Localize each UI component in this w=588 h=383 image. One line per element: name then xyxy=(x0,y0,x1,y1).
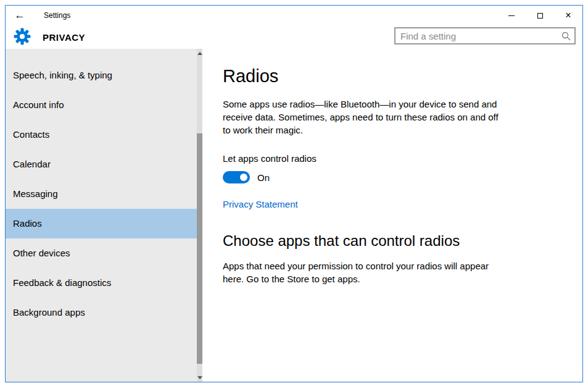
sidebar-item-contacts[interactable]: Contacts xyxy=(6,120,197,149)
scroll-down-arrow[interactable] xyxy=(197,373,202,382)
minimize-icon xyxy=(508,15,515,16)
triangle-up-icon xyxy=(197,52,202,55)
back-button[interactable]: ← xyxy=(6,6,34,25)
settings-gear-icon xyxy=(14,28,31,45)
sidebar-item-speech-inking-typing[interactable]: Speech, inking, & typing xyxy=(6,61,197,90)
sidebar-item-messaging[interactable]: Messaging xyxy=(6,179,197,209)
search-icon[interactable] xyxy=(557,32,574,41)
close-button[interactable]: × xyxy=(554,6,582,25)
triangle-down-icon xyxy=(197,376,202,379)
toggle-row: On xyxy=(223,171,564,183)
section2-description: Apps that need your permission to contro… xyxy=(223,259,507,285)
sidebar-item-background-apps[interactable]: Background apps xyxy=(6,298,197,327)
window-title: Settings xyxy=(44,11,70,20)
section2-title: Choose apps that can control radios xyxy=(223,232,564,250)
maximize-icon xyxy=(537,13,543,19)
sidebar-item-calendar[interactable]: Calendar xyxy=(6,149,197,179)
scrollbar-thumb[interactable] xyxy=(197,133,202,364)
title-bar: ← Settings × xyxy=(6,6,582,25)
window-controls: × xyxy=(497,6,582,25)
sidebar-item-radios[interactable]: Radios xyxy=(6,209,197,238)
sidebar: Speech, inking, & typingAccount infoCont… xyxy=(6,49,197,382)
close-icon: × xyxy=(565,11,571,20)
toggle-label: Let apps control radios xyxy=(223,153,564,164)
main-content: Radios Some apps use radios—like Bluetoo… xyxy=(202,49,582,382)
minimize-button[interactable] xyxy=(497,6,526,25)
privacy-statement-link[interactable]: Privacy Statement xyxy=(223,199,298,209)
scroll-up-arrow[interactable] xyxy=(197,49,202,57)
sidebar-item-feedback-diagnostics[interactable]: Feedback & diagnostics xyxy=(6,268,197,298)
maximize-button[interactable] xyxy=(526,6,554,25)
sidebar-list: Speech, inking, & typingAccount infoCont… xyxy=(6,61,197,327)
radios-description: Some apps use radios—like Bluetooth—in y… xyxy=(223,98,507,137)
toggle-knob xyxy=(240,174,247,181)
sidebar-item-other-devices[interactable]: Other devices xyxy=(6,238,197,268)
content-title: Radios xyxy=(223,66,564,86)
scrollbar xyxy=(197,49,202,382)
toggle-state-label: On xyxy=(257,172,270,183)
sidebar-item-account-info[interactable]: Account info xyxy=(6,90,197,120)
back-arrow-icon: ← xyxy=(15,9,25,22)
search-input[interactable] xyxy=(395,31,557,41)
settings-window: ← Settings × PRIVACY xyxy=(5,5,583,382)
page-title: PRIVACY xyxy=(43,32,85,43)
radios-toggle[interactable] xyxy=(223,171,250,183)
search-box xyxy=(394,27,576,44)
